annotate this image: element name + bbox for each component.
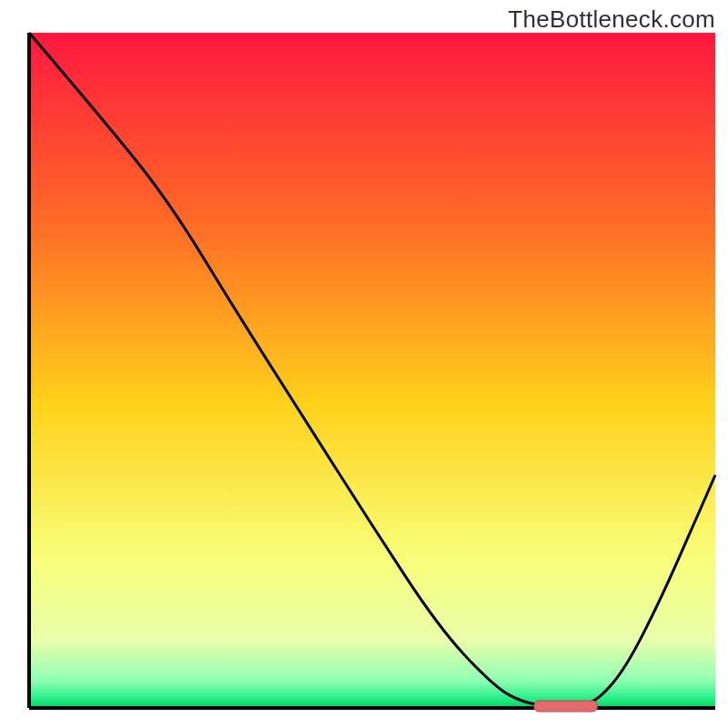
chart-frame: TheBottleneck.com: [0, 0, 728, 728]
optimal-range-marker: [534, 701, 597, 712]
plot-background: [29, 33, 715, 708]
bottleneck-plot: [0, 0, 728, 728]
